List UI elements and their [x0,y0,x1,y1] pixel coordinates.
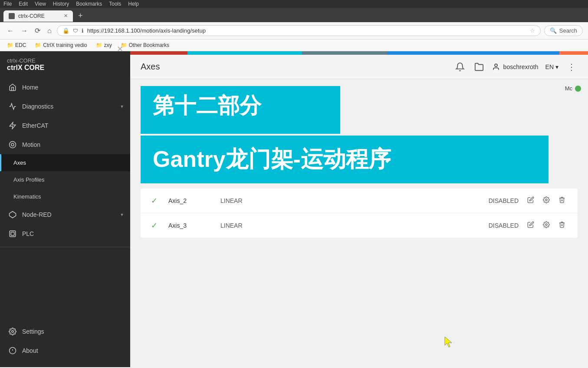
bookmark-zxy[interactable]: 📁 zxy [94,41,114,49]
forward-button[interactable]: → [19,25,30,36]
menu-bar: File Edit View History Bookmarks Tools H… [0,0,588,8]
tab-favicon [9,13,15,19]
bookmark-ctrlx[interactable]: 📁 CtrlX training vedio [33,41,89,49]
bookmark-label: EDC [15,42,26,48]
table-row: ✓ Axis_2 LINEAR DISABLED [141,189,578,213]
bookmark-star-icon[interactable]: ☆ [530,27,535,34]
main-content: Axes bo [130,51,588,367]
browser-tab[interactable]: ctrlx-CORE ✕ [3,10,73,22]
axis-name-cell: Axis_2 [168,197,220,204]
about-icon [8,346,17,355]
menu-tools[interactable]: Tools [109,1,121,7]
chevron-down-icon: ▾ [555,63,558,70]
sidebar-item-label: Diagnostics [22,103,53,110]
language-selector[interactable]: EN ▾ [545,63,558,70]
bookmark-other[interactable]: 📁 Other Bookmarks [119,41,171,49]
edit-axis-button[interactable] [526,219,536,232]
menu-bookmarks[interactable]: Bookmarks [76,1,102,7]
new-tab-button[interactable]: + [75,10,86,22]
sidebar-item-diagnostics[interactable]: Diagnostics ▾ [0,97,130,116]
sidebar-item-label: Motion [22,141,40,148]
color-bar-gray [302,51,388,55]
bookmarks-bar: 📁 EDC 📁 CtrlX training vedio 📁 zxy 📁 Oth… [0,40,588,51]
folder-open-icon[interactable] [473,61,485,73]
status-ok-icon: ✓ [151,221,158,230]
user-icon [492,63,500,71]
table-row: ✓ Axis_3 LINEAR DISABLED [141,213,578,238]
svg-point-12 [545,224,547,225]
cursor-indicator [443,336,453,350]
app-container: ✕ ctrlx-CORE ctrlX CORE Home [0,51,588,367]
configure-axis-button[interactable] [541,195,552,207]
color-bar-accent [559,51,588,55]
mouse-cursor-icon [443,336,453,348]
menu-view[interactable]: View [35,1,46,7]
sidebar-navigation: Home Diagnostics ▾ EtherCA [0,74,130,318]
ethercat-icon [8,121,17,130]
menu-history[interactable]: History [53,1,69,7]
svg-point-2 [11,143,14,146]
status-ok-icon: ✓ [151,196,158,205]
overlay-container: 第十二部分 Gantry龙门架-运动程序 [141,86,578,183]
axis-type-cell: LINEAR [220,222,273,229]
user-info[interactable]: boschrexroth [492,63,539,71]
url-text: https://192.168.1.100/motion/axis-landin… [87,27,526,34]
sidebar-item-ethercat[interactable]: EtherCAT [0,116,130,135]
search-label: Search [559,27,577,34]
banner-part1: 第十二部分 [141,86,340,134]
status-cell: ✓ [151,196,168,206]
svg-marker-3 [10,212,16,218]
svg-point-1 [10,142,16,148]
notification-bell-icon[interactable] [454,61,466,73]
menu-help[interactable]: Help [128,1,139,7]
axis-state-cell: DISABLED [466,197,519,204]
banner1-text: 第十二部分 [153,93,261,118]
color-bar [130,51,588,55]
chevron-down-icon: ▾ [121,103,123,109]
sidebar-app-name: ctrlx-CORE [7,57,123,64]
edit-axis-button[interactable] [526,195,536,207]
page-title: Axes [141,62,160,72]
svg-point-10 [495,64,497,66]
sidebar-item-motion[interactable]: Motion [0,135,130,154]
axes-content-area: Mc 第十二部分 Gantry龙门架-运动程序 ✓ [130,79,588,367]
language-code: EN [545,63,554,70]
back-button[interactable]: ← [5,25,16,36]
top-bar: Axes bo [130,55,588,79]
bookmark-edc[interactable]: 📁 EDC [5,41,28,49]
sidebar-item-axis-profiles[interactable]: Axis Profiles [0,171,130,188]
sidebar-item-kinematics[interactable]: Kinematics [0,188,130,205]
sidebar-item-plc[interactable]: PLC [0,224,130,243]
sidebar-bottom: Settings About [0,318,130,367]
folder-icon: 📁 [7,42,13,48]
sidebar-close-button[interactable]: ✕ [117,44,123,54]
home-button[interactable]: ⌂ [46,25,53,36]
plc-icon [8,229,17,238]
sidebar-item-settings[interactable]: Settings [0,322,130,341]
more-options-icon[interactable]: ⋮ [565,61,578,73]
nav-divider [0,247,130,247]
sidebar-item-node-red[interactable]: Node-RED ▾ [0,205,130,224]
svg-rect-5 [11,232,14,235]
delete-axis-button[interactable] [557,219,567,232]
axes-table: ✓ Axis_2 LINEAR DISABLED [141,189,578,238]
sidebar-item-axes[interactable]: Axes [0,154,130,171]
top-bar-actions: boschrexroth EN ▾ ⋮ [454,61,578,73]
sidebar-item-label: Settings [22,328,44,335]
menu-edit[interactable]: Edit [19,1,28,7]
delete-axis-button[interactable] [557,195,567,207]
shield-icon: 🛡 [73,28,78,34]
sidebar-item-about[interactable]: About [0,341,130,360]
reload-button[interactable]: ⟳ [33,25,42,36]
address-bar[interactable]: 🔒 🛡 ℹ https://192.168.1.100/motion/axis-… [57,25,541,36]
username-text: boschrexroth [503,63,539,70]
sidebar-item-label: EtherCAT [22,122,48,129]
tab-bar: ctrlx-CORE ✕ + [0,8,588,22]
svg-point-11 [545,199,547,201]
tab-close-button[interactable]: ✕ [64,13,68,19]
menu-file[interactable]: File [3,1,12,7]
search-area[interactable]: 🔍 Search [544,25,583,36]
axis-state-cell: DISABLED [466,222,519,229]
configure-axis-button[interactable] [541,219,552,232]
sidebar-item-home[interactable]: Home [0,78,130,97]
